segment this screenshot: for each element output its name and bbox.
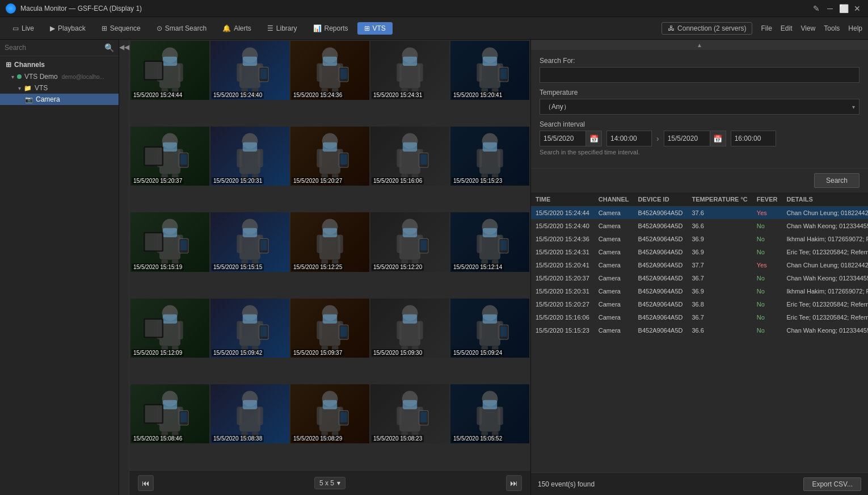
minimize-button[interactable]: ─ xyxy=(825,3,835,14)
tree-camera[interactable]: 📷 Camera xyxy=(0,94,119,105)
page-size-selector[interactable]: 5 x 5 ▾ xyxy=(314,477,345,489)
svg-rect-20 xyxy=(317,63,322,81)
nav-tools[interactable]: Tools xyxy=(824,24,840,32)
search-for-row: Search For: xyxy=(540,57,859,83)
scroll-up-button[interactable]: ▲ xyxy=(531,40,868,50)
thumbnail-item[interactable]: 15/5/2020 15:09:42 xyxy=(210,299,289,358)
thumbnail-item[interactable]: 15/5/2020 15:15:15 xyxy=(210,212,289,271)
window-title: Macula Monitor — GSF-ECA (Display 1) xyxy=(20,5,142,12)
thumbnail-item[interactable]: 15/5/2020 15:12:20 xyxy=(370,212,449,271)
end-date-input[interactable] xyxy=(664,135,710,142)
svg-rect-211 xyxy=(479,406,500,431)
nav-playback[interactable]: ▶ Playback xyxy=(43,22,92,35)
thumbnail-item[interactable]: 15/5/2020 15:09:24 xyxy=(450,299,529,358)
thumbnail-item[interactable]: 15/5/2020 15:08:38 xyxy=(210,384,289,443)
nav-view[interactable]: View xyxy=(801,24,816,32)
table-row[interactable]: 15/5/2020 15:16:06 Camera B452A9064A5D 3… xyxy=(531,311,868,324)
thumbnail-item[interactable]: 15/5/2020 15:12:25 xyxy=(290,212,369,271)
thumbnail-item[interactable]: 15/5/2020 15:09:37 xyxy=(290,299,369,358)
table-row[interactable]: 15/5/2020 15:24:36 Camera B452A9064A5D 3… xyxy=(531,233,868,246)
thumbnail-label: 15/5/2020 15:12:25 xyxy=(292,263,344,271)
svg-rect-161 xyxy=(418,321,423,339)
cell-fever: No xyxy=(752,272,782,285)
nav-help[interactable]: Help xyxy=(848,24,862,32)
thumbnail-item[interactable]: 15/5/2020 15:16:06 xyxy=(370,127,449,186)
edit-icon[interactable]: ✎ xyxy=(811,3,821,14)
tree-vts-demo[interactable]: ▾ VTS Demo demo@localho... xyxy=(0,71,119,82)
start-time-input[interactable] xyxy=(606,131,652,146)
nav-alerts[interactable]: 🔔 Alerts xyxy=(216,22,258,35)
svg-rect-60 xyxy=(243,142,257,152)
collapse-sidebar-button[interactable]: ◀◀ xyxy=(119,40,129,495)
export-csv-button[interactable]: Export CSV... xyxy=(803,477,861,491)
col-temperature: TEMPERATURE °C xyxy=(688,192,752,207)
nav-vts[interactable]: ⊞ VTS xyxy=(357,22,393,35)
grid-area: 15/5/2020 15:24:44 15/5/2 xyxy=(129,40,530,495)
cell-time: 15/5/2020 15:24:36 xyxy=(531,233,594,246)
thumbnail-item[interactable]: 15/5/2020 15:09:30 xyxy=(370,299,449,358)
thumbnail-item[interactable]: 15/5/2020 15:12:14 xyxy=(450,212,529,271)
search-for-input[interactable] xyxy=(540,67,859,83)
nav-smart-search[interactable]: ⊙ Smart Search xyxy=(150,22,213,35)
thumbnail-item[interactable]: 15/5/2020 15:12:09 xyxy=(130,299,209,358)
svg-rect-180 xyxy=(163,400,177,409)
table-row[interactable]: 15/5/2020 15:24:31 Camera B452A9064A5D 3… xyxy=(531,246,868,259)
svg-rect-160 xyxy=(397,321,402,339)
thumbnail-item[interactable]: 15/5/2020 15:15:23 xyxy=(450,127,529,186)
table-row[interactable]: 15/5/2020 15:15:23 Camera B452A9064A5D 3… xyxy=(531,324,868,337)
nav-reports[interactable]: 📊 Reports xyxy=(306,22,355,35)
thumbnail-item[interactable]: 15/5/2020 15:24:40 xyxy=(210,41,289,100)
table-row[interactable]: 15/5/2020 15:20:27 Camera B452A9064A5D 3… xyxy=(531,298,868,311)
cell-fever: No xyxy=(752,285,782,298)
monitor-icon: ▭ xyxy=(12,24,19,32)
nav-file[interactable]: File xyxy=(761,24,772,32)
last-page-button[interactable]: ⏭ xyxy=(506,475,522,491)
nav-library[interactable]: ☰ Library xyxy=(260,22,304,35)
folder-icon: 📁 xyxy=(24,85,32,92)
thumbnail-item[interactable]: 15/5/2020 15:15:19 xyxy=(130,212,209,271)
thumbnail-item[interactable]: 15/5/2020 15:20:27 xyxy=(290,127,369,186)
nav-live[interactable]: ▭ Live xyxy=(6,22,41,35)
thumbnail-item[interactable]: 15/5/2020 15:24:44 xyxy=(130,41,209,100)
thumbnail-label: 15/5/2020 15:05:52 xyxy=(452,435,504,442)
start-date-input[interactable] xyxy=(540,135,585,142)
thumbnail-label: 15/5/2020 15:24:44 xyxy=(132,91,184,99)
start-calendar-button[interactable]: 📅 xyxy=(585,131,601,146)
svg-rect-121 xyxy=(420,240,427,251)
thumbnail-item[interactable]: 15/5/2020 15:24:31 xyxy=(370,41,449,100)
svg-rect-128 xyxy=(483,228,497,237)
cell-device-id: B452A9064A5D xyxy=(634,324,688,337)
thumbnail-item[interactable]: 15/5/2020 15:20:41 xyxy=(450,41,529,100)
thumbnail-item[interactable]: 15/5/2020 15:20:31 xyxy=(210,127,289,186)
end-calendar-button[interactable]: 📅 xyxy=(710,131,726,146)
table-row[interactable]: 15/5/2020 15:20:41 Camera B452A9064A5D 3… xyxy=(531,259,868,272)
thumbnail-item[interactable]: 15/5/2020 15:08:46 xyxy=(130,384,209,443)
table-row[interactable]: 15/5/2020 15:20:31 Camera B452A9064A5D 3… xyxy=(531,285,868,298)
cell-details: Chan Wah Keong; 0123344556; xyxy=(782,324,869,337)
thumbnail-item[interactable]: 15/5/2020 15:20:37 xyxy=(130,127,209,186)
search-icon[interactable]: 🔍 xyxy=(104,43,114,52)
maximize-button[interactable]: ⬜ xyxy=(838,3,849,14)
table-row[interactable]: 15/5/2020 15:24:40 Camera B452A9064A5D 3… xyxy=(531,220,868,233)
first-page-button[interactable]: ⏮ xyxy=(138,475,154,491)
thumbnail-item[interactable]: 15/5/2020 15:24:36 xyxy=(290,41,369,100)
svg-rect-137 xyxy=(163,314,177,323)
nav-edit[interactable]: Edit xyxy=(781,24,793,32)
end-time-input[interactable] xyxy=(731,131,776,146)
search-input[interactable] xyxy=(5,44,102,52)
connection-button[interactable]: 🖧 Connection (2 servers) xyxy=(661,22,752,35)
thumbnail-item[interactable]: 15/5/2020 15:08:23 xyxy=(370,384,449,443)
thumbnail-item[interactable]: 15/5/2020 15:08:29 xyxy=(290,384,369,443)
table-row[interactable]: 15/5/2020 15:20:37 Camera B452A9064A5D 3… xyxy=(531,272,868,285)
tree-vts-group[interactable]: ▾ 📁 VTS xyxy=(0,82,119,94)
close-button[interactable]: ✕ xyxy=(852,3,862,14)
svg-rect-103 xyxy=(243,228,257,237)
temperature-select[interactable]: （Any） Normal Elevated xyxy=(540,99,859,115)
svg-rect-150 xyxy=(319,321,340,346)
thumbnail-label: 15/5/2020 15:08:46 xyxy=(132,435,184,442)
search-button[interactable]: Search xyxy=(814,173,859,188)
table-row[interactable]: 15/5/2020 15:24:44 Camera B452A9064A5D 3… xyxy=(531,207,868,220)
nav-sequence[interactable]: ⊞ Sequence xyxy=(95,22,148,35)
thumbnail-item[interactable]: 15/5/2020 15:05:52 xyxy=(450,384,529,443)
tree-channels-header[interactable]: ⊞ Channels xyxy=(0,58,119,71)
